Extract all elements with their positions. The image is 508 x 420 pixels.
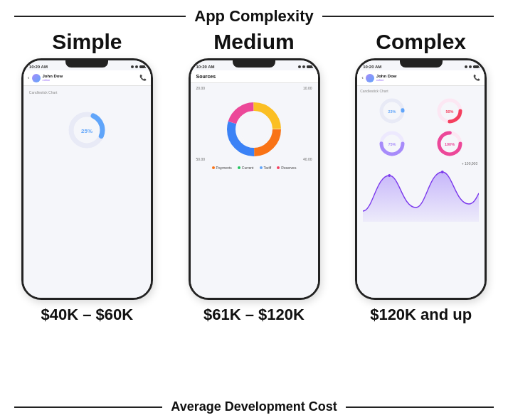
svg-text:23%: 23%	[388, 109, 396, 114]
header: App Complexity	[0, 0, 508, 28]
sources-title: Sources	[196, 74, 216, 79]
contact-status-complex: online	[376, 78, 397, 82]
current-label: Current	[242, 166, 254, 170]
price-simple: $40K – $60K	[41, 306, 134, 324]
battery-icon-c	[473, 65, 479, 68]
chart-area-medium: 20.00 10.00	[191, 83, 318, 298]
time-simple: 10:20 AM	[29, 65, 48, 69]
svg-text:50%: 50%	[446, 109, 454, 114]
status-icons-medium	[298, 65, 312, 68]
phone-complex: 10:20 AM ‹ John Dow online 📞	[355, 58, 487, 300]
tariff-label: Tariff	[264, 166, 272, 170]
status-icons-simple	[131, 65, 145, 68]
phone-notch-simple	[65, 60, 108, 68]
label-50: 50.00	[196, 157, 206, 161]
donut-50: 50%	[435, 96, 465, 126]
donut-75: 75%	[377, 129, 407, 158]
top-labels: 20.00 10.00	[194, 86, 315, 90]
footer-line-left	[14, 406, 162, 408]
wifi-icon-m	[302, 65, 305, 68]
svg-point-22	[441, 171, 444, 173]
donut-chart-simple: 25%	[65, 109, 108, 151]
phone-simple: 10:20 AM ‹ John Dow online 📞	[21, 58, 153, 300]
header-line-left	[14, 16, 186, 17]
donut-50-wrap: 50%	[423, 96, 478, 126]
phone-notch-complex	[400, 60, 443, 68]
phone-screen-complex: 10:20 AM ‹ John Dow online 📞	[357, 60, 485, 298]
contact-info-complex: John Dow online	[376, 74, 397, 82]
tariff-dot	[260, 166, 263, 169]
col-title-complex: Complex	[376, 30, 466, 54]
donut-23-wrap: 23%	[364, 96, 420, 126]
price-medium: $61K – $120K	[203, 306, 305, 324]
footer: Average Development Cost	[0, 395, 508, 420]
donut-75-wrap: 75%	[364, 129, 420, 158]
current-dot	[238, 166, 240, 169]
avatar-simple	[32, 74, 41, 82]
phone-screen-medium: 10:20 AM Sources 20.00 10.00	[191, 60, 318, 298]
reserves-label: Reserves	[281, 166, 296, 170]
col-title-medium: Medium	[213, 30, 294, 54]
back-icon: ‹	[28, 75, 30, 81]
label-10: 10.00	[303, 86, 312, 90]
svg-point-8	[240, 115, 268, 144]
col-title-simple: Simple	[52, 30, 122, 54]
time-medium: 10:20 AM	[196, 65, 215, 69]
chat-header-simple: ‹ John Dow online 📞	[23, 70, 151, 86]
time-complex: 10:20 AM	[363, 65, 381, 69]
signal-icon	[131, 65, 134, 68]
header-line-right	[322, 16, 494, 17]
price-complex: $120K and up	[370, 306, 472, 324]
battery-icon	[139, 65, 145, 68]
phone-screen-simple: 10:20 AM ‹ John Dow online 📞	[23, 60, 151, 298]
col-complex: Complex 10:20 AM ‹ John Dow	[341, 30, 501, 324]
legend-medium: Payments Current Tariff Reserves	[206, 164, 302, 171]
area-value: + 100,000	[462, 161, 477, 166]
call-icon-c: 📞	[473, 75, 480, 81]
battery-icon-m	[307, 65, 312, 68]
svg-text:75%: 75%	[388, 142, 396, 146]
legend-reserves: Reserves	[277, 166, 296, 170]
payments-label: Payments	[216, 166, 232, 170]
svg-text:100%: 100%	[445, 142, 455, 146]
label-40: 40.00	[303, 157, 312, 161]
legend-payments: Payments	[212, 166, 232, 170]
columns-container: Simple 10:20 AM ‹ John Dow	[0, 30, 508, 324]
reserves-dot	[277, 166, 280, 169]
donut-100-wrap: 100%	[423, 129, 478, 158]
medium-screen-header: Sources	[191, 70, 318, 83]
footer-title: Average Development Cost	[171, 399, 337, 414]
donut-chart-medium	[222, 97, 286, 161]
payments-dot	[212, 166, 215, 169]
legend-current: Current	[238, 166, 254, 170]
area-chart-svg	[363, 161, 479, 222]
chart-area-complex: Candlestick Chart 23%	[357, 86, 485, 298]
phone-notch-medium	[233, 60, 275, 68]
wifi-icon-c	[469, 65, 472, 68]
chart-label-complex: Candlestick Chart	[360, 89, 482, 93]
wifi-icon	[135, 65, 138, 68]
col-medium: Medium 10:20 AM Sources	[174, 30, 334, 324]
chart-area-simple: Candlestick Chart 25%	[23, 86, 151, 298]
back-icon-c: ‹	[361, 75, 364, 81]
contact-info-simple: John Dow online	[43, 74, 63, 82]
svg-text:25%: 25%	[81, 128, 92, 134]
call-icon: 📞	[139, 75, 147, 81]
legend-tariff: Tariff	[260, 166, 272, 170]
label-20: 20.00	[196, 86, 206, 90]
status-icons-complex	[465, 65, 479, 68]
chat-header-complex: ‹ John Dow online 📞	[357, 70, 485, 86]
donuts-grid: 23% 50%	[360, 96, 482, 158]
signal-icon-m	[298, 65, 301, 68]
donut-100: 100%	[435, 129, 465, 158]
svg-point-21	[388, 174, 391, 177]
header-title: App Complexity	[194, 7, 313, 26]
bottom-labels: 50.00 40.00	[194, 157, 315, 161]
signal-icon-c	[465, 65, 467, 68]
footer-line-right	[346, 406, 494, 408]
chart-label-simple: Candlestick Chart	[29, 90, 57, 95]
contact-status-simple: online	[43, 78, 63, 82]
phone-medium: 10:20 AM Sources 20.00 10.00	[189, 58, 320, 300]
donut-23: 23%	[377, 96, 407, 126]
avatar-complex	[366, 74, 374, 82]
